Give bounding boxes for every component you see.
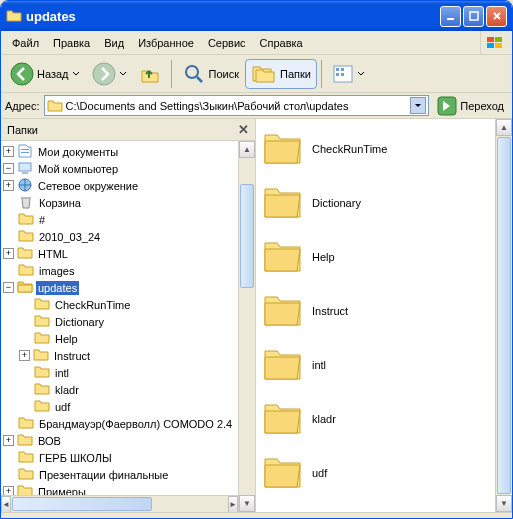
chevron-down-icon [357,70,365,78]
scrollbar-vertical[interactable]: ▲▼ [495,119,512,512]
folder-item[interactable]: Help [260,235,491,279]
expand-button[interactable]: + [3,146,14,157]
tree-label: 2010_03_24 [37,230,102,244]
back-button[interactable]: Назад [5,59,85,89]
search-button[interactable]: Поиск [177,59,244,89]
chevron-down-icon [119,70,127,78]
tree-item[interactable]: −updates [1,279,238,296]
go-button[interactable]: Переход [433,94,508,118]
address-input[interactable] [63,100,411,112]
folders-button[interactable]: Папки [246,60,316,88]
folder-item[interactable]: udf [260,451,491,495]
file-list[interactable]: CheckRunTimeDictionaryHelpInstructintlkl… [256,119,495,512]
svg-rect-17 [19,163,31,171]
tree-item[interactable]: +ВОВ [1,432,238,449]
tree-label: Примеры [36,485,88,496]
tree-icon [18,415,34,433]
folder-label: Instruct [312,305,348,317]
tree-item[interactable]: +Мои документы [1,143,238,160]
tree-item[interactable]: CheckRunTime [1,296,238,313]
menu-file[interactable]: Файл [5,35,46,51]
folder-item[interactable]: kladr [260,397,491,441]
toolbar: Назад Поиск Папки [1,55,512,93]
tree-item[interactable]: +Примеры [1,483,238,495]
tree-item[interactable]: # [1,211,238,228]
svg-rect-20 [21,197,31,199]
tree-icon [17,279,33,297]
svg-rect-12 [341,68,344,71]
up-button[interactable] [134,60,166,88]
tree-item[interactable]: Help [1,330,238,347]
tree-label: Презентации финальные [37,468,170,482]
statusbar [1,512,512,518]
menu-favorites[interactable]: Избранное [131,35,201,51]
menu-tools[interactable]: Сервис [201,35,253,51]
menu-help[interactable]: Справка [253,35,310,51]
scrollbar-vertical[interactable]: ▲▼ [238,141,255,512]
folder-item[interactable]: CheckRunTime [260,127,491,171]
views-button[interactable] [327,60,370,88]
windows-flag-icon [480,31,508,55]
tree-icon [34,398,50,416]
forward-button[interactable] [87,59,132,89]
tree-icon [34,381,50,399]
tree-icon [18,194,34,212]
tree-icon [18,262,34,280]
expand-button[interactable]: + [19,350,30,361]
tree-icon [18,228,34,246]
menu-view[interactable]: Вид [97,35,131,51]
tree-icon [17,143,33,161]
tree-item[interactable]: −Мой компьютер [1,160,238,177]
expand-button[interactable]: + [3,248,14,259]
go-label: Переход [460,100,504,112]
tree-item[interactable]: udf [1,398,238,415]
tree-label: Мои документы [36,145,120,159]
address-input-wrap [44,95,430,116]
expand-button[interactable]: − [3,163,14,174]
close-panel-button[interactable]: ✕ [238,122,249,137]
folder-icon [47,98,63,114]
tree-item[interactable]: Презентации финальные [1,466,238,483]
folder-icon [6,8,22,24]
tree-item[interactable]: +Instruct [1,347,238,364]
tree-icon [34,330,50,348]
tree-item[interactable]: Dictionary [1,313,238,330]
close-button[interactable] [486,6,507,27]
tree-item[interactable]: +Сетевое окружение [1,177,238,194]
tree-item[interactable]: Брандмауэр(Фаерволл) COMODO 2.4 [1,415,238,432]
tree-item[interactable]: +HTML [1,245,238,262]
tree-item[interactable]: 2010_03_24 [1,228,238,245]
tree-label: Брандмауэр(Фаерволл) COMODO 2.4 [37,417,234,431]
folder-item[interactable]: intl [260,343,491,387]
expand-button[interactable]: + [3,486,14,495]
tree-label: ГЕРБ ШКОЛЫ [37,451,114,465]
folder-item[interactable]: Dictionary [260,181,491,225]
folder-item[interactable]: Instruct [260,289,491,333]
folder-icon [262,129,304,169]
tree-item[interactable]: kladr [1,381,238,398]
tree-label: updates [36,281,79,295]
tree-label: HTML [36,247,70,261]
tree-item[interactable]: images [1,262,238,279]
folders-header: Папки ✕ [1,119,255,141]
tree-item[interactable]: intl [1,364,238,381]
address-dropdown[interactable] [410,97,426,114]
maximize-button[interactable] [463,6,484,27]
expand-button[interactable]: − [3,282,14,293]
menu-edit[interactable]: Правка [46,35,97,51]
scrollbar-horizontal[interactable]: ◄► [1,495,238,512]
tree-item[interactable]: ГЕРБ ШКОЛЫ [1,449,238,466]
folder-label: udf [312,467,327,479]
tree-label: intl [53,366,71,380]
expand-button[interactable]: + [3,435,14,446]
expand-button[interactable]: + [3,180,14,191]
tree-item[interactable]: Корзина [1,194,238,211]
titlebar[interactable]: updates [1,1,512,31]
tree-icon [34,313,50,331]
tree-icon [18,211,34,229]
minimize-button[interactable] [440,6,461,27]
tree-icon [17,483,33,496]
tree-label: Help [53,332,80,346]
folder-tree[interactable]: +Мои документы−Мой компьютер+Сетевое окр… [1,141,238,495]
folder-icon [262,183,304,223]
